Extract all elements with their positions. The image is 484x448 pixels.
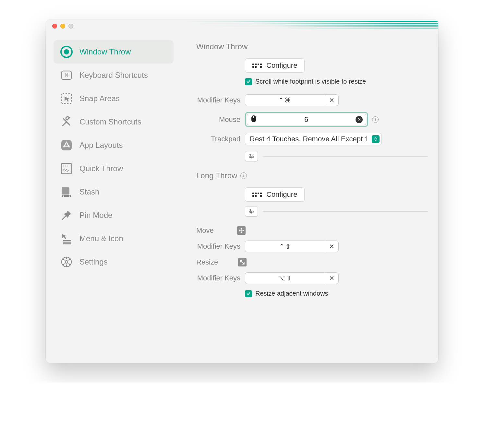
move-modifier-keys-field[interactable]: ⌃⇧ xyxy=(245,241,325,252)
sidebar-item-label: Pin Mode xyxy=(79,211,112,220)
section-title-move: Move xyxy=(196,226,214,235)
resize-diagonal-icon xyxy=(238,258,247,266)
svg-point-8 xyxy=(65,166,66,167)
quick-throw-icon xyxy=(59,161,74,176)
chevron-up-down-icon xyxy=(372,135,380,143)
window-throw-configure-button[interactable]: Configure xyxy=(245,58,305,73)
select-value: Rest 4 Touches, Remove All Except 1 xyxy=(250,135,369,143)
sidebar-item-label: App Layouts xyxy=(79,141,123,150)
grid-icon xyxy=(252,64,262,68)
svg-text:⌘: ⌘ xyxy=(64,73,69,78)
modifier-keys-label: Modifier Keys xyxy=(196,96,245,104)
svg-point-26 xyxy=(250,157,252,159)
mouse-icon xyxy=(250,115,257,124)
move-modifier-keys-clear[interactable]: ✕ xyxy=(325,241,338,252)
svg-point-22 xyxy=(250,154,251,156)
scroll-resize-checkbox[interactable] xyxy=(245,78,252,85)
zoom-button[interactable] xyxy=(68,24,73,29)
svg-point-1 xyxy=(64,49,69,54)
window-throw-modifier-keys-field[interactable]: ⌃⌘ xyxy=(245,95,325,106)
svg-rect-6 xyxy=(61,163,72,174)
sidebar: Window Throw ⌘ Keyboard Shortcuts Snap A… xyxy=(54,40,174,337)
sidebar-item-stash[interactable]: Stash xyxy=(54,180,174,204)
mouse-label: Mouse xyxy=(196,115,245,124)
resize-modifier-keys-label: Modifier Keys xyxy=(196,274,245,282)
button-label: Configure xyxy=(266,61,297,70)
svg-point-19 xyxy=(65,261,68,263)
app-store-icon xyxy=(59,138,74,152)
pin-icon xyxy=(59,208,74,222)
sidebar-item-menu-icon[interactable]: Menu & Icon xyxy=(54,227,174,250)
move-arrows-icon xyxy=(237,226,246,235)
grid-icon xyxy=(252,193,262,197)
long-throw-info-icon[interactable]: i xyxy=(240,172,247,179)
mouse-value: 6 xyxy=(257,115,356,124)
resize-modifier-keys-field[interactable]: ⌥⇧ xyxy=(245,273,325,284)
main-content: Window Throw Configure Scroll xyxy=(174,40,430,337)
svg-rect-10 xyxy=(62,187,69,195)
close-button[interactable] xyxy=(52,24,57,29)
svg-point-30 xyxy=(252,211,253,212)
long-throw-advanced-button[interactable] xyxy=(245,206,258,217)
mouse-clear-button[interactable]: ✕ xyxy=(356,116,363,123)
svg-point-28 xyxy=(250,209,251,211)
sidebar-item-label: Stash xyxy=(79,187,99,196)
move-modifier-keys-label: Modifier Keys xyxy=(196,242,245,251)
svg-rect-20 xyxy=(253,116,254,118)
sidebar-item-custom-shortcuts[interactable]: Custom Shortcuts xyxy=(54,110,174,134)
window-throw-modifier-keys-clear[interactable]: ✕ xyxy=(325,95,338,106)
sidebar-item-label: Menu & Icon xyxy=(79,234,123,243)
svg-point-32 xyxy=(250,212,252,214)
sidebar-item-label: Window Throw xyxy=(79,47,131,56)
sidebar-item-settings[interactable]: Settings xyxy=(54,250,174,274)
section-title-long-throw: Long Throw xyxy=(196,171,237,180)
gear-icon xyxy=(59,255,74,269)
long-throw-configure-button[interactable]: Configure xyxy=(245,187,305,202)
target-icon xyxy=(59,45,74,59)
svg-line-14 xyxy=(62,216,66,219)
svg-point-13 xyxy=(69,195,70,197)
sidebar-item-quick-throw[interactable]: Quick Throw xyxy=(54,157,174,180)
titlebar xyxy=(46,19,438,32)
sidebar-item-keyboard-shortcuts[interactable]: ⌘ Keyboard Shortcuts xyxy=(54,64,174,87)
divider xyxy=(263,211,428,212)
divider xyxy=(263,156,428,157)
sidebar-item-snap-areas[interactable]: Snap Areas xyxy=(54,87,174,110)
preferences-window: Window Throw ⌘ Keyboard Shortcuts Snap A… xyxy=(46,19,438,363)
header-decor-stripes xyxy=(182,19,438,32)
svg-point-7 xyxy=(63,166,64,167)
sidebar-item-app-layouts[interactable]: App Layouts xyxy=(54,134,174,157)
section-title-resize: Resize xyxy=(196,258,218,266)
svg-point-24 xyxy=(252,156,253,157)
svg-point-12 xyxy=(63,195,64,197)
sidebar-item-window-throw[interactable]: Window Throw xyxy=(54,40,174,64)
svg-point-9 xyxy=(67,166,68,167)
button-label: Configure xyxy=(266,190,297,199)
trackpad-label: Trackpad xyxy=(196,135,245,143)
sidebar-item-label: Keyboard Shortcuts xyxy=(79,71,148,80)
resize-adjacent-checkbox[interactable] xyxy=(245,290,252,297)
checkbox-label: Resize adjacent windows xyxy=(255,290,328,297)
checkbox-label: Scroll while footprint is visible to res… xyxy=(255,78,366,85)
sidebar-item-label: Custom Shortcuts xyxy=(79,117,141,126)
resize-modifier-keys-clear[interactable]: ✕ xyxy=(325,273,338,284)
mouse-info-icon[interactable]: i xyxy=(372,116,379,123)
sidebar-item-label: Snap Areas xyxy=(79,94,120,103)
sidebar-item-label: Settings xyxy=(79,257,108,266)
sidebar-item-pin-mode[interactable]: Pin Mode xyxy=(54,204,174,227)
sidebar-item-label: Quick Throw xyxy=(79,164,123,173)
snap-areas-icon xyxy=(59,91,74,106)
minimize-button[interactable] xyxy=(60,24,65,29)
window-throw-trackpad-select[interactable]: Rest 4 Touches, Remove All Except 1 xyxy=(245,133,382,145)
menu-cursor-icon xyxy=(59,231,74,246)
section-title-window-throw: Window Throw xyxy=(196,42,428,51)
command-key-icon: ⌘ xyxy=(59,68,74,82)
tools-icon xyxy=(59,115,74,129)
window-throw-advanced-button[interactable] xyxy=(245,151,258,161)
stash-icon xyxy=(59,185,74,199)
window-throw-mouse-field[interactable]: 6 ✕ xyxy=(247,114,366,125)
